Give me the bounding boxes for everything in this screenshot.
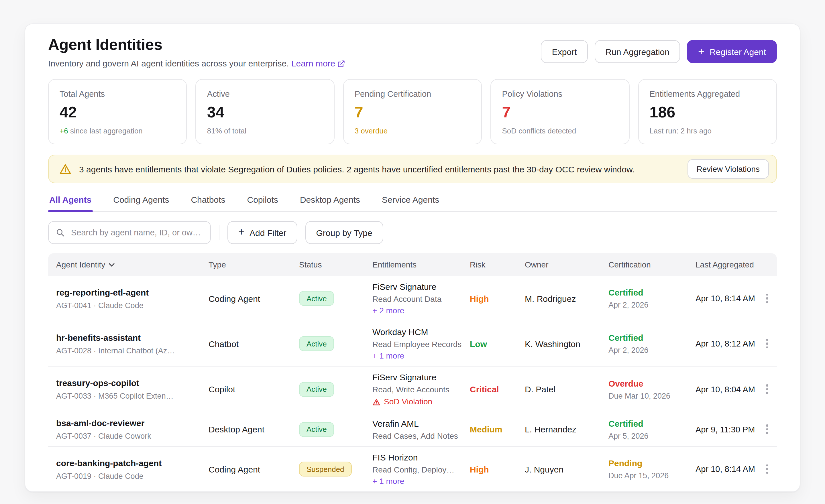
risk-level: Medium: [470, 424, 525, 434]
export-button[interactable]: Export: [541, 40, 588, 63]
tab-all-agents[interactable]: All Agents: [48, 195, 92, 211]
column-header[interactable]: Certification: [608, 260, 695, 269]
agent-name: reg-reporting-etl-agent: [56, 287, 209, 298]
certification-status: Pending: [608, 457, 695, 469]
review-violations-button[interactable]: Review Violations: [687, 159, 769, 179]
stat-subtext-label: SoD conflicts detected: [502, 127, 576, 135]
add-filter-button[interactable]: +Add Filter: [227, 221, 297, 244]
column-header[interactable]: Status: [299, 260, 372, 269]
stat-label: Entitlements Aggregated: [650, 89, 765, 99]
table-row[interactable]: hr-benefits-assistant AGT-0028 · Interna…: [48, 321, 777, 366]
last-aggregated: Apr 9, 11:30 PM: [695, 425, 760, 434]
agent-name: bsa-aml-doc-reviewer: [56, 418, 209, 428]
table-header: Agent Identity Type Status Entitlements …: [48, 253, 777, 276]
agent-identity-cell: hr-benefits-assistant AGT-0028 · Interna…: [48, 332, 209, 355]
tab-service-agents[interactable]: Service Agents: [381, 195, 440, 211]
agent-identity-cell: reg-reporting-etl-agent AGT-0041 · Claud…: [48, 287, 209, 310]
learn-more-link[interactable]: Learn more: [291, 59, 345, 68]
stat-subtext: 3 overdue: [355, 127, 471, 136]
agent-identity-cell: core-banking-patch-agent AGT-0019 · Clau…: [48, 457, 209, 481]
column-header[interactable]: Owner: [525, 260, 608, 269]
agent-name: hr-benefits-assistant: [56, 332, 209, 343]
stat-value: 42: [60, 104, 175, 121]
entitlement-more-link[interactable]: + 1 more: [372, 477, 404, 486]
column-header-label: Agent Identity: [56, 260, 105, 269]
column-header-label: Entitlements: [372, 260, 417, 269]
entitlements-cell: Workday HCM Read Employee Records + 1 mo…: [372, 326, 470, 361]
agent-type: Coding Agent: [209, 293, 299, 303]
entitlement-detail: Read Employee Records: [372, 339, 470, 349]
row-actions-menu-button[interactable]: [760, 336, 774, 352]
row-actions-menu-button[interactable]: [760, 421, 774, 437]
certification-status: Overdue: [608, 378, 695, 389]
row-actions-menu-button[interactable]: [760, 290, 774, 307]
column-header[interactable]: Risk: [470, 260, 525, 269]
last-aggregated: Apr 10, 8:04 AM: [695, 385, 760, 394]
entitlement-title: Workday HCM: [372, 326, 470, 337]
certification-date: Apr 2, 2026: [608, 300, 695, 310]
entitlements-cell: Verafin AML Read Cases, Add Notes: [372, 418, 470, 441]
app-root: Agent Identities Inventory and govern AI…: [0, 0, 825, 504]
tab-coding-agents[interactable]: Coding Agents: [112, 195, 170, 211]
plus-icon: +: [698, 46, 704, 57]
page-title: Agent Identities: [48, 35, 345, 54]
agent-identity-cell: bsa-aml-doc-reviewer AGT-0037 · Claude C…: [48, 418, 209, 441]
status-badge: Suspended: [299, 461, 352, 477]
search-box: [48, 221, 211, 244]
plus-icon: +: [238, 227, 244, 237]
register-agent-button[interactable]: +Register Agent: [687, 40, 777, 63]
stat-subtext-label: Last run: 2 hrs ago: [650, 127, 711, 135]
stat-subtext: Last run: 2 hrs ago: [650, 127, 765, 136]
column-header[interactable]: Type: [209, 260, 299, 269]
agent-meta: AGT-0041 · Claude Code: [56, 301, 209, 310]
sod-violation: SoD Violation: [372, 397, 470, 407]
certification-cell: Overdue Due Mar 10, 2026: [608, 378, 695, 401]
certification-status: Certified: [608, 287, 695, 298]
search-icon: [56, 228, 65, 237]
column-header[interactable]: Last Aggregated: [695, 260, 760, 269]
warning-banner: 3 agents have entitlements that violate …: [48, 155, 777, 183]
group-by-type-button[interactable]: Group by Type: [305, 221, 383, 244]
row-actions-menu-button[interactable]: [760, 381, 774, 397]
column-header[interactable]: Agent Identity: [48, 260, 209, 269]
table-row[interactable]: bsa-aml-doc-reviewer AGT-0037 · Claude C…: [48, 412, 777, 447]
kebab-icon: [766, 294, 768, 303]
certification-status: Certified: [608, 418, 695, 429]
certification-date: Due Mar 10, 2026: [608, 391, 695, 401]
row-actions-menu-button[interactable]: [760, 461, 774, 477]
table-row[interactable]: treasury-ops-copilot AGT-0033 · M365 Cop…: [48, 366, 777, 412]
stat-subtext: 81% of total: [207, 127, 323, 136]
stat-card: Policy Violations 7 SoD conflicts detect…: [491, 79, 629, 144]
stat-subtext-label: 81% of total: [207, 127, 246, 135]
entitlement-detail: Read Account Data: [372, 294, 470, 304]
agent-meta: AGT-0028 · Internal Chatbot (Az…: [56, 346, 209, 355]
entitlement-more-link[interactable]: + 1 more: [372, 351, 404, 361]
stat-label: Policy Violations: [502, 89, 618, 99]
run-aggregation-button[interactable]: Run Aggregation: [594, 40, 680, 63]
stat-card: Pending Certification 7 3 overdue: [343, 79, 482, 144]
tab-copilots[interactable]: Copilots: [246, 195, 279, 211]
entitlement-more-link[interactable]: + 2 more: [372, 306, 404, 316]
last-aggregated: Apr 10, 8:14 AM: [695, 294, 760, 303]
table-row[interactable]: core-banking-patch-agent AGT-0019 · Clau…: [48, 447, 777, 492]
stat-value: 7: [355, 104, 471, 121]
warning-triangle-icon: [59, 163, 72, 175]
agents-table: Agent Identity Type Status Entitlements …: [48, 253, 777, 492]
tab-chatbots[interactable]: Chatbots: [190, 195, 226, 211]
column-header-label: Type: [209, 260, 226, 269]
owner: D. Patel: [525, 384, 608, 394]
column-header-label: Status: [299, 260, 322, 269]
certification-cell: Certified Apr 2, 2026: [608, 332, 695, 355]
status-cell: Active: [299, 382, 372, 397]
owner: J. Nguyen: [525, 464, 608, 474]
stat-card: Entitlements Aggregated 186 Last run: 2 …: [638, 79, 777, 144]
stat-value: 186: [650, 104, 765, 121]
search-input[interactable]: [70, 227, 203, 238]
table-row[interactable]: reg-reporting-etl-agent AGT-0041 · Claud…: [48, 276, 777, 321]
tab-desktop-agents[interactable]: Desktop Agents: [299, 195, 361, 211]
stat-subtext-label: since last aggregation: [68, 127, 143, 135]
risk-level: High: [470, 464, 525, 474]
sort-chevron-down-icon: [108, 263, 114, 267]
column-header[interactable]: Entitlements: [372, 260, 470, 269]
certification-date: Apr 2, 2026: [608, 345, 695, 355]
